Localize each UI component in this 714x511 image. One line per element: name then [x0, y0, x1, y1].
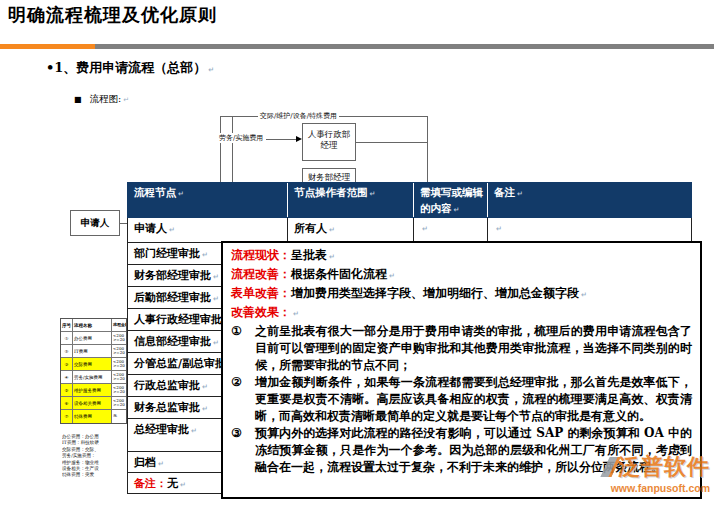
- row-values: <200>=20: [112, 384, 126, 396]
- table-header-row: 流程节点↵ 节点操作者范围↵ 需填写或编辑的内容↵ 备注↵: [127, 182, 692, 218]
- pilcrow-mark: ↵: [213, 273, 219, 281]
- row-values: 无: [112, 410, 126, 423]
- row-name: 特殊费用: [73, 410, 112, 423]
- flow-top-label: 交际/维护/设备/特殊费用: [258, 111, 339, 121]
- cell-text: 财务部经理审批: [134, 269, 211, 282]
- cell-text: 所有人: [294, 222, 327, 235]
- vendor-watermark: 泛普软件 www.fanpusoft.com: [580, 450, 710, 494]
- table-row: ⑦ 特殊费用 无: [61, 410, 126, 423]
- popup-value: 根据条件固化流程: [291, 267, 387, 281]
- cell-text: 分管总监/副总审批: [134, 357, 226, 370]
- row-no: ④: [61, 371, 73, 383]
- fee-category-legend: 办公费用：办公用 IT费用：科技软硬 交际费用：交际、 劳务/实施费用： 维护服…: [62, 434, 132, 479]
- col-header-remarks: 备注↵: [488, 183, 691, 217]
- row-name: IT费用: [73, 345, 112, 357]
- note-value: 无: [167, 477, 178, 490]
- popup-line-form-improve: 表单改善：增加费用类型选择字段、增加明细行、增加总金额字段↵: [231, 285, 692, 304]
- row-v2: >=20: [113, 338, 125, 342]
- row-values: <200>=20: [112, 397, 126, 409]
- pilcrow-mark: ↵: [422, 225, 428, 233]
- pilcrow-mark: ↵: [202, 251, 208, 259]
- cell: 所有人↵: [288, 218, 414, 242]
- popup-line-process-improve: 流程改善：根据条件固化流程↵: [231, 266, 692, 285]
- pilcrow-mark: ↵: [454, 206, 460, 214]
- row-v2: >=20: [113, 403, 125, 407]
- header-text: 备注: [494, 186, 515, 198]
- row-name: 劳务/实施费用: [73, 371, 112, 383]
- cell-text: 总经理审批: [134, 423, 189, 436]
- col-header-process-node: 流程节点↵: [128, 183, 288, 217]
- cell-text: 人事行政经理审批: [134, 313, 222, 326]
- pilcrow-mark: ↵: [293, 310, 299, 318]
- table-row-applicant: 申请人↵ 所有人↵ ↵ ↵: [128, 218, 691, 243]
- col-header: 流程名称: [73, 319, 112, 331]
- section-heading-text: •1、费用申请流程（总部）: [46, 60, 206, 75]
- flow-left-label: 劳务/实施费用: [217, 133, 265, 143]
- col-header-operator-scope: 节点操作者范围↵: [288, 183, 414, 217]
- pilcrow-mark: ↵: [158, 460, 164, 468]
- cell: 申请人↵: [128, 218, 288, 242]
- item-number: ③: [231, 425, 255, 476]
- pilcrow-mark: ↵: [213, 339, 219, 347]
- popup-label: 改善效果：: [231, 305, 291, 319]
- row-name: 办公费用: [73, 332, 112, 344]
- fee-category-table: 序号 流程名称 流程金额 ① 办公费用 <200>=20 ② IT费用 <200…: [60, 318, 127, 424]
- cell-text: 行政总监审批: [134, 379, 200, 392]
- pilcrow-mark: ↵: [123, 96, 129, 104]
- row-values: <200>=20: [112, 358, 126, 370]
- pilcrow-mark: ↵: [517, 190, 523, 198]
- row-v2: >=20: [113, 364, 125, 368]
- watermark-brand-row: 泛普软件: [580, 450, 710, 484]
- row-name: 维护服务费用: [73, 384, 112, 396]
- pilcrow-mark: ↵: [496, 225, 502, 233]
- table-row: 序号 流程名称 流程金额: [61, 319, 126, 332]
- row-name: 设备相关费用: [73, 397, 112, 409]
- cell-text: 信息部经理审批: [134, 335, 211, 348]
- row-v2: >=20: [113, 390, 125, 394]
- flowchart-label: 流程图:: [90, 93, 122, 104]
- row-no: ⑦: [61, 410, 73, 423]
- row-values: <200>=20: [112, 371, 126, 383]
- flow-left-line: [220, 116, 221, 182]
- col-header: 序号: [61, 319, 73, 331]
- pilcrow-mark: ↵: [329, 253, 335, 261]
- pilcrow-mark: ↵: [202, 405, 208, 413]
- cell-text: 归档: [134, 456, 156, 469]
- page-title: 明确流程梳理及优化原则: [8, 3, 217, 27]
- popup-label: 流程改善：: [231, 267, 291, 281]
- flow-box-hr-admin-manager: 人事行政部 经理: [302, 123, 356, 161]
- flow-box1-out-line: [356, 142, 427, 143]
- header-text: 流程节点: [134, 186, 176, 198]
- pilcrow-mark: ↵: [202, 383, 208, 391]
- header-text: 节点操作者范围: [294, 186, 368, 198]
- table-row: ③ 交际费用 <200>=20: [61, 358, 126, 371]
- watermark-brand: 泛普软件: [618, 452, 710, 482]
- pilcrow-mark: ↵: [180, 481, 186, 489]
- flow-left-line-2: [232, 116, 233, 182]
- pilcrow-mark: ↵: [213, 295, 219, 303]
- row-no: ⑤: [61, 384, 73, 396]
- popup-line-status: 流程现状：呈批表↵: [231, 247, 692, 266]
- flow-arrow-line: [266, 139, 298, 140]
- popup-label: 流程现状：: [231, 248, 291, 262]
- cell: ↵: [414, 218, 488, 242]
- pilcrow-mark: ↵: [329, 226, 335, 234]
- flow-right-line: [427, 116, 428, 182]
- cell-text: 申请人: [134, 222, 167, 235]
- flow-box1-line2: 经理: [303, 140, 355, 151]
- item-text: 增加金额判断条件，如果每一条流程都需要到总经理审批，那么首先是效率低下，更重要是…: [255, 374, 692, 425]
- popup-effect-item: ① 之前呈批表有很大一部分是用于费用申请类的审批，梳理后的费用申请流程包含了目前…: [231, 323, 692, 374]
- row-no: ③: [61, 358, 73, 370]
- table-row: ④ 劳务/实施费用 <200>=20: [61, 371, 126, 384]
- pilcrow-mark: ↵: [581, 291, 587, 299]
- table-row: ② IT费用 <200>=20: [61, 345, 126, 358]
- cell-text: 部门经理审批: [134, 247, 200, 260]
- note-label: 备注：: [134, 477, 167, 490]
- row-no: ⑥: [61, 397, 73, 409]
- row-name: 交际费用: [73, 358, 112, 370]
- col-header: 流程金额: [112, 319, 126, 331]
- cell: ↵: [488, 218, 691, 242]
- popup-effect-item: ② 增加金额判断条件，如果每一条流程都需要到总经理审批，那么首先是效率低下，更重…: [231, 374, 692, 425]
- item-number: ②: [231, 374, 255, 425]
- flowchart-bullet: ■流程图:↵: [74, 93, 129, 106]
